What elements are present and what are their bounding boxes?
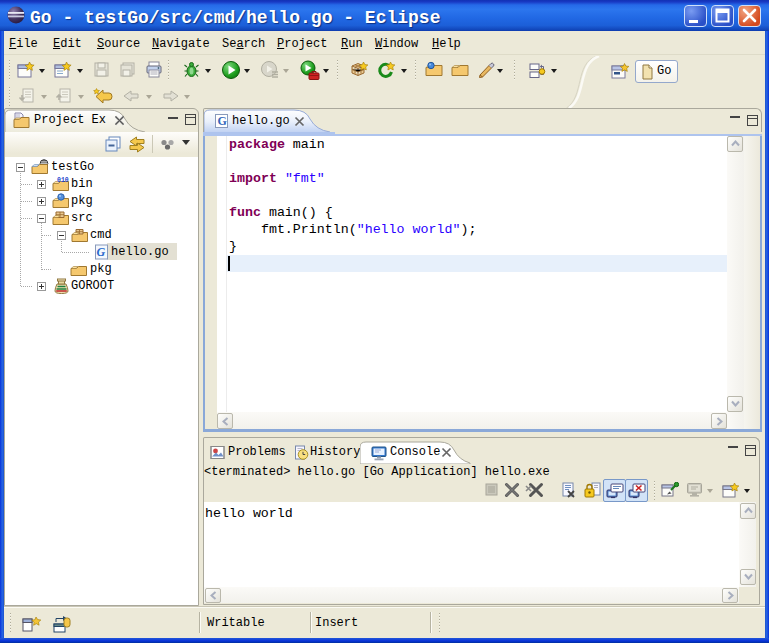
svg-text:G: G [97,245,106,259]
svg-text:010: 010 [57,177,69,184]
svg-text:G: G [218,114,227,128]
